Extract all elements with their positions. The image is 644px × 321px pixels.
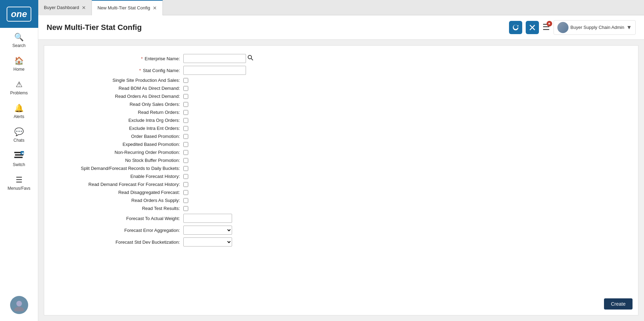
exclude-intra-org-checkbox[interactable] [183,118,188,123]
field-enterprise-name: * Enterprise Name: [44,54,638,63]
field-split-demand: Split Demand/Forecast Records to Daily B… [44,166,638,171]
field-read-demand-forecast: Read Demand Forecast For Forecast Histor… [44,182,638,187]
menu-button[interactable]: ☰ ★ [542,23,550,32]
create-button[interactable]: Create [604,298,633,310]
page-header: New Multi-Tier Stat Config ☰ ★ [38,15,644,40]
label-text: Forecast Std Dev Bucketization: [116,240,180,245]
user-dropdown[interactable]: Buyer Supply Chain Admin ▼ [554,20,636,35]
label-text: Expedited Based Promotion: [122,142,180,147]
tab-close-buyer[interactable]: ✕ [82,5,86,10]
field-forecast-std-dev: Forecast Std Dev Bucketization: [44,237,638,246]
field-read-return-orders: Read Return Orders: [44,110,638,115]
enterprise-name-label: * Enterprise Name: [58,56,183,61]
refresh-button[interactable] [509,21,522,34]
tab-label: New Multi-Tier Stat Config [97,5,150,10]
exclude-intra-ent-label: Exclude Intra Ent Orders: [58,126,183,131]
svg-point-9 [248,55,252,59]
user-avatar[interactable] [10,296,28,314]
svg-rect-2 [14,157,23,158]
forecast-error-agg-select[interactable] [183,226,232,235]
sidebar-item-label: Home [13,67,24,72]
enterprise-name-search-button[interactable] [247,55,254,62]
read-test-results-label: Read Test Results: [58,206,183,211]
bell-icon: 🔔 [14,104,24,113]
label-text: Read BOM As Direct Demand: [119,86,180,91]
split-demand-checkbox[interactable] [183,166,188,171]
read-only-sales-checkbox[interactable] [183,102,188,107]
read-return-orders-label: Read Return Orders: [58,110,183,115]
read-orders-supply-label: Read Orders As Supply: [58,198,183,203]
sidebar-item-label: Menus/Favs [8,186,30,191]
forecast-std-dev-select[interactable] [183,237,232,246]
main-area: Buyer Dashboard ✕ New Multi-Tier Stat Co… [38,0,644,321]
tab-close-stat-config[interactable]: ✕ [153,6,157,10]
field-read-orders-supply: Read Orders As Supply: [44,198,638,203]
expedited-based-promo-checkbox[interactable] [183,142,188,147]
field-stat-config-name: * Stat Config Name: [44,66,638,75]
enterprise-name-input[interactable] [183,54,246,63]
sidebar-item-menus[interactable]: ☰ Menus/Favs [0,171,38,194]
read-return-orders-checkbox[interactable] [183,110,188,115]
sidebar-item-problems[interactable]: ⚠ Problems [0,75,38,99]
label-text: Forecast Error Aggregation: [124,228,180,233]
no-stock-buffer-promo-checkbox[interactable] [183,158,188,163]
read-demand-forecast-label: Read Demand Forecast For Forecast Histor… [58,182,183,187]
sidebar-item-home[interactable]: 🏠 Home [0,52,38,75]
sidebar-item-search[interactable]: 🔍 Search [0,28,38,52]
single-site-checkbox[interactable] [183,78,188,83]
read-disaggregated-checkbox[interactable] [183,190,188,195]
field-exclude-intra-ent: Exclude Intra Ent Orders: [44,126,638,131]
label-text: Read Return Orders: [138,110,180,115]
enable-forecast-history-checkbox[interactable] [183,174,188,179]
exclude-intra-ent-checkbox[interactable] [183,126,188,131]
app-logo[interactable]: one [0,0,38,28]
enable-forecast-history-label: Enable Forecast History: [58,174,183,179]
field-exclude-intra-org: Exclude Intra Org Orders: [44,118,638,123]
logo-text: one [7,7,31,22]
sidebar-item-label: Alerts [14,114,24,119]
read-bom-checkbox[interactable] [183,86,188,91]
content-area: * Enterprise Name: * Stat Config Name: [38,40,644,321]
user-name: Buyer Supply Chain Admin [571,25,625,30]
order-based-promo-checkbox[interactable] [183,134,188,139]
field-read-test-results: Read Test Results: [44,206,638,211]
read-test-results-checkbox[interactable] [183,206,188,211]
sidebar-item-switch[interactable]: ⇄ Switch [0,146,38,171]
forecast-std-dev-label: Forecast Std Dev Bucketization: [58,240,183,245]
stat-config-name-input[interactable] [183,66,246,75]
label-text: Exclude Intra Ent Orders: [129,126,180,131]
non-recurring-promo-checkbox[interactable] [183,150,188,155]
field-no-stock-buffer-promo: No Stock Buffer Promotion: [44,158,638,163]
tab-buyer-dashboard[interactable]: Buyer Dashboard ✕ [38,0,92,15]
header-actions: ☰ ★ Buyer Supply Chain Admin ▼ [509,20,636,35]
expedited-based-promo-label: Expedited Based Promotion: [58,142,183,147]
sidebar-item-label: Problems [10,91,28,95]
label-text: Read Only Sales Orders: [129,102,180,107]
single-site-label: Single Site Production And Sales: [58,78,183,83]
sidebar-item-label: Switch [13,162,25,167]
home-icon: 🏠 [14,56,24,65]
sidebar-item-alerts[interactable]: 🔔 Alerts [0,99,38,123]
read-demand-forecast-checkbox[interactable] [183,182,188,187]
menu-icon: ☰ [16,175,23,185]
non-recurring-promo-label: Non-Recurring Order Promotion: [58,150,183,155]
field-expedited-based-promo: Expedited Based Promotion: [44,142,638,147]
read-orders-direct-label: Read Orders As Direct Demand: [58,94,183,99]
label-text: Read Demand Forecast For Forecast Histor… [88,182,180,187]
star-badge: ★ [547,21,552,26]
tab-new-stat-config[interactable]: New Multi-Tier Stat Config ✕ [92,0,163,15]
no-stock-buffer-promo-label: No Stock Buffer Promotion: [58,158,183,163]
read-bom-label: Read BOM As Direct Demand: [58,86,183,91]
chat-icon: 💬 [14,127,24,136]
label-text: Order Based Promotion: [131,134,180,139]
required-marker: * [139,68,141,73]
sidebar: one 🔍 Search 🏠 Home ⚠ Problems 🔔 Alerts … [0,0,38,321]
close-button[interactable] [526,21,539,34]
forecast-actual-weight-input[interactable] [183,214,232,223]
read-orders-direct-checkbox[interactable] [183,94,188,99]
label-text: Read Orders As Direct Demand: [115,94,180,99]
sidebar-item-chats[interactable]: 💬 Chats [0,123,38,146]
field-order-based-promo: Order Based Promotion: [44,134,638,139]
read-orders-supply-checkbox[interactable] [183,198,188,203]
label-text: Read Test Results: [142,206,180,211]
